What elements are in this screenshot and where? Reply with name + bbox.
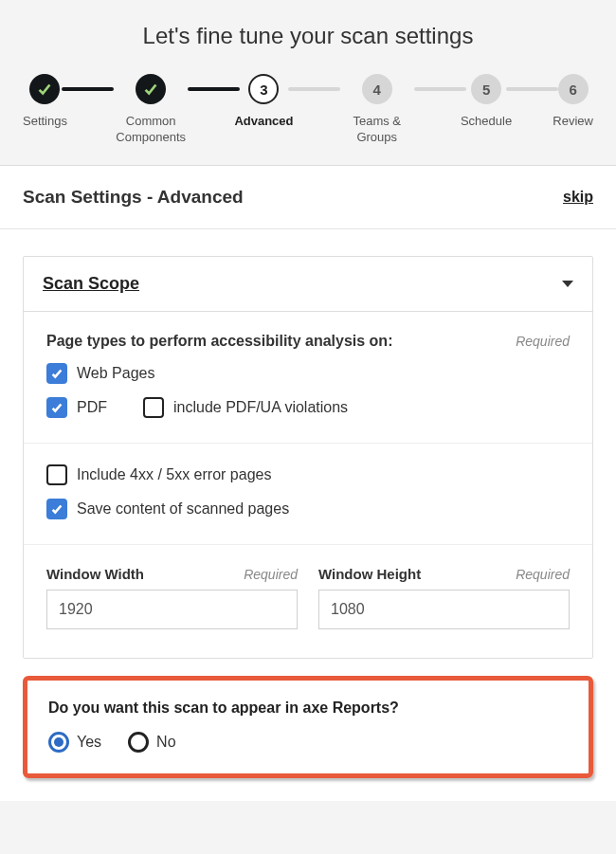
step-label: Schedule [461, 114, 512, 130]
chevron-down-icon [562, 281, 573, 287]
step-number: 4 [362, 74, 392, 104]
window-width-label: Window Width [46, 566, 144, 582]
step-teams-groups[interactable]: 4 Teams & Groups [335, 74, 420, 146]
pdf-checkbox[interactable] [46, 397, 67, 418]
required-tag: Required [244, 567, 298, 582]
axe-reports-no-option[interactable]: No [128, 732, 175, 753]
subheader-title: Scan Settings - Advanced [23, 187, 244, 208]
step-connector [288, 87, 340, 91]
required-tag: Required [516, 567, 570, 582]
window-width-field: Window Width Required [46, 566, 298, 629]
window-height-field: Window Height Required [318, 566, 570, 629]
radio-selected-icon [48, 732, 69, 753]
step-number: 5 [471, 74, 501, 104]
subheader: Scan Settings - Advanced skip [0, 166, 616, 229]
axe-reports-highlight: Do you want this scan to appear in axe R… [23, 676, 593, 778]
page-types-label: Page types to perform accessibility anal… [46, 333, 392, 350]
step-number: 3 [248, 74, 279, 104]
window-dimensions-section: Window Width Required Window Height Requ… [24, 545, 592, 658]
step-label: Common Components [108, 114, 193, 146]
web-pages-label: Web Pages [77, 365, 154, 382]
yes-label: Yes [77, 734, 101, 751]
step-schedule[interactable]: 5 Schedule [461, 74, 512, 130]
step-connector [414, 87, 466, 91]
web-pages-checkbox[interactable] [46, 363, 67, 384]
page-types-section: Page types to perform accessibility anal… [24, 312, 592, 444]
pdf-label: PDF [77, 399, 107, 416]
window-height-label: Window Height [318, 566, 421, 582]
step-review[interactable]: 6 Review [553, 74, 593, 130]
step-advanced[interactable]: 3 Advanced [234, 74, 293, 130]
axe-reports-question: Do you want this scan to appear in axe R… [48, 700, 568, 717]
step-number: 6 [558, 74, 589, 104]
check-icon [29, 74, 60, 104]
skip-link[interactable]: skip [563, 189, 593, 206]
panel-header[interactable]: Scan Scope [24, 257, 592, 312]
step-label: Settings [23, 114, 67, 130]
step-label: Teams & Groups [335, 114, 420, 146]
include-error-pages-label: Include 4xx / 5xx error pages [77, 466, 271, 483]
step-connector [506, 87, 558, 91]
check-icon [136, 74, 166, 104]
include-pdfua-checkbox[interactable] [143, 397, 164, 418]
no-label: No [156, 734, 175, 751]
progress-stepper: Settings Common Components 3 Advanced 4 … [19, 74, 597, 146]
scan-scope-panel: Scan Scope Page types to perform accessi… [23, 256, 593, 659]
step-connector [62, 87, 114, 91]
window-height-input[interactable] [318, 590, 570, 629]
step-connector [188, 87, 240, 91]
content-area: Scan Scope Page types to perform accessi… [0, 229, 616, 801]
save-content-checkbox[interactable] [46, 499, 67, 519]
panel-title: Scan Scope [43, 274, 139, 294]
axe-reports-radio-group: Yes No [48, 732, 568, 753]
include-error-pages-checkbox[interactable] [46, 464, 67, 485]
scan-options-section: Include 4xx / 5xx error pages Save conte… [24, 444, 592, 545]
step-common-components[interactable]: Common Components [108, 74, 193, 146]
page-title: Let's fine tune your scan settings [19, 23, 597, 49]
wizard-header: Let's fine tune your scan settings Setti… [0, 0, 616, 166]
radio-unselected-icon [128, 732, 149, 753]
step-label: Advanced [234, 114, 293, 130]
required-tag: Required [516, 334, 570, 349]
save-content-label: Save content of scanned pages [77, 500, 289, 518]
window-width-input[interactable] [46, 590, 298, 629]
axe-reports-yes-option[interactable]: Yes [48, 732, 101, 753]
include-pdfua-label: include PDF/UA violations [173, 399, 348, 416]
step-settings[interactable]: Settings [23, 74, 67, 130]
step-label: Review [553, 114, 593, 130]
